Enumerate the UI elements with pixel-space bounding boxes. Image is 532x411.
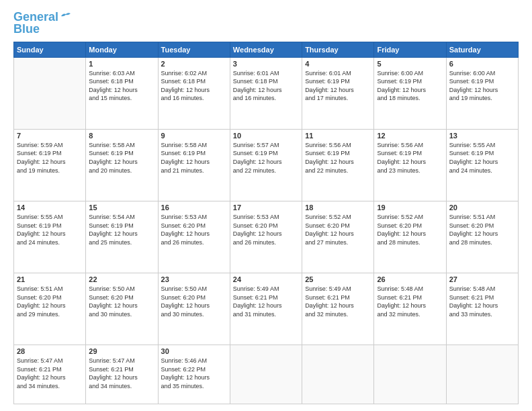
- day-number: 16: [161, 203, 227, 212]
- day-number: 28: [17, 347, 83, 355]
- calendar-cell: [230, 345, 302, 404]
- cell-info: Sunrise: 6:02 AM Sunset: 6:18 PM Dayligh…: [161, 69, 227, 103]
- cell-info: Sunrise: 6:00 AM Sunset: 6:19 PM Dayligh…: [377, 69, 443, 103]
- day-header-tuesday: Tuesday: [158, 42, 230, 57]
- logo-general: General: [13, 10, 58, 24]
- cell-info: Sunrise: 5:56 AM Sunset: 6:19 PM Dayligh…: [305, 141, 371, 175]
- day-header-sunday: Sunday: [14, 42, 86, 57]
- day-number: 20: [449, 203, 515, 212]
- day-number: 2: [161, 60, 227, 68]
- day-number: 23: [161, 275, 227, 283]
- calendar-cell: 14Sunrise: 5:55 AM Sunset: 6:19 PM Dayli…: [14, 201, 86, 273]
- cell-info: Sunrise: 5:51 AM Sunset: 6:20 PM Dayligh…: [449, 213, 515, 246]
- calendar-cell: 20Sunrise: 5:51 AM Sunset: 6:20 PM Dayli…: [446, 201, 518, 273]
- day-header-saturday: Saturday: [446, 42, 518, 57]
- day-number: 6: [449, 60, 515, 68]
- day-number: 17: [233, 203, 299, 212]
- calendar-cell: 26Sunrise: 5:48 AM Sunset: 6:21 PM Dayli…: [374, 273, 446, 345]
- calendar-cell: 10Sunrise: 5:57 AM Sunset: 6:19 PM Dayli…: [230, 129, 302, 201]
- cell-info: Sunrise: 5:49 AM Sunset: 6:21 PM Dayligh…: [233, 285, 299, 318]
- calendar-cell: 18Sunrise: 5:52 AM Sunset: 6:20 PM Dayli…: [302, 201, 374, 273]
- cell-info: Sunrise: 6:01 AM Sunset: 6:19 PM Dayligh…: [305, 69, 371, 103]
- day-number: 27: [449, 275, 515, 283]
- week-row-5: 28Sunrise: 5:47 AM Sunset: 6:21 PM Dayli…: [14, 345, 519, 404]
- calendar-cell: 22Sunrise: 5:50 AM Sunset: 6:20 PM Dayli…: [86, 273, 158, 345]
- calendar-cell: 23Sunrise: 5:50 AM Sunset: 6:20 PM Dayli…: [158, 273, 230, 345]
- cell-info: Sunrise: 5:46 AM Sunset: 6:22 PM Dayligh…: [161, 357, 227, 390]
- cell-info: Sunrise: 5:53 AM Sunset: 6:20 PM Dayligh…: [233, 213, 299, 246]
- day-number: 24: [233, 275, 299, 283]
- calendar-cell: 1Sunrise: 6:03 AM Sunset: 6:18 PM Daylig…: [86, 57, 158, 129]
- cell-info: Sunrise: 5:50 AM Sunset: 6:20 PM Dayligh…: [161, 285, 227, 318]
- calendar-cell: 19Sunrise: 5:52 AM Sunset: 6:20 PM Dayli…: [374, 201, 446, 273]
- cell-info: Sunrise: 5:57 AM Sunset: 6:19 PM Dayligh…: [233, 141, 299, 175]
- cell-info: Sunrise: 5:48 AM Sunset: 6:21 PM Dayligh…: [449, 285, 515, 318]
- calendar-cell: 11Sunrise: 5:56 AM Sunset: 6:19 PM Dayli…: [302, 129, 374, 201]
- cell-info: Sunrise: 5:48 AM Sunset: 6:21 PM Dayligh…: [377, 285, 443, 318]
- calendar-cell: 27Sunrise: 5:48 AM Sunset: 6:21 PM Dayli…: [446, 273, 518, 345]
- cell-info: Sunrise: 5:58 AM Sunset: 6:19 PM Dayligh…: [161, 141, 227, 175]
- logo: General Blue: [13, 11, 72, 36]
- cell-info: Sunrise: 5:50 AM Sunset: 6:20 PM Dayligh…: [89, 285, 154, 318]
- cell-info: Sunrise: 6:01 AM Sunset: 6:18 PM Dayligh…: [233, 69, 299, 103]
- week-row-2: 7Sunrise: 5:59 AM Sunset: 6:19 PM Daylig…: [14, 129, 519, 201]
- week-row-3: 14Sunrise: 5:55 AM Sunset: 6:19 PM Dayli…: [14, 201, 519, 273]
- day-number: 7: [17, 132, 83, 140]
- day-number: 26: [377, 275, 443, 283]
- day-number: 8: [89, 132, 154, 140]
- logo-bird-icon: [60, 11, 72, 21]
- day-number: 22: [89, 275, 154, 283]
- cell-info: Sunrise: 5:52 AM Sunset: 6:20 PM Dayligh…: [377, 213, 443, 246]
- day-number: 10: [233, 132, 299, 140]
- cell-info: Sunrise: 5:55 AM Sunset: 6:19 PM Dayligh…: [449, 141, 515, 175]
- calendar-cell: [302, 345, 374, 404]
- day-number: 25: [305, 275, 371, 283]
- day-number: 4: [305, 60, 371, 68]
- cell-info: Sunrise: 5:58 AM Sunset: 6:19 PM Dayligh…: [89, 141, 154, 175]
- day-number: 12: [377, 132, 443, 140]
- calendar-cell: 2Sunrise: 6:02 AM Sunset: 6:18 PM Daylig…: [158, 57, 230, 129]
- calendar-cell: [14, 57, 86, 129]
- day-number: 15: [89, 203, 154, 212]
- cell-info: Sunrise: 5:54 AM Sunset: 6:19 PM Dayligh…: [89, 213, 154, 246]
- day-number: 13: [449, 132, 515, 140]
- calendar-cell: 5Sunrise: 6:00 AM Sunset: 6:19 PM Daylig…: [374, 57, 446, 129]
- day-header-friday: Friday: [374, 42, 446, 57]
- calendar-cell: 4Sunrise: 6:01 AM Sunset: 6:19 PM Daylig…: [302, 57, 374, 129]
- calendar-cell: 7Sunrise: 5:59 AM Sunset: 6:19 PM Daylig…: [14, 129, 86, 201]
- calendar-cell: 29Sunrise: 5:47 AM Sunset: 6:21 PM Dayli…: [86, 345, 158, 404]
- cell-info: Sunrise: 6:03 AM Sunset: 6:18 PM Dayligh…: [89, 69, 154, 103]
- day-number: 18: [305, 203, 371, 212]
- day-header-monday: Monday: [86, 42, 158, 57]
- day-number: 9: [161, 132, 227, 140]
- calendar-cell: 9Sunrise: 5:58 AM Sunset: 6:19 PM Daylig…: [158, 129, 230, 201]
- calendar-cell: 16Sunrise: 5:53 AM Sunset: 6:20 PM Dayli…: [158, 201, 230, 273]
- cell-info: Sunrise: 5:47 AM Sunset: 6:21 PM Dayligh…: [89, 357, 154, 390]
- day-number: 14: [17, 203, 83, 212]
- cell-info: Sunrise: 5:55 AM Sunset: 6:19 PM Dayligh…: [17, 213, 83, 246]
- calendar-header-row: SundayMondayTuesdayWednesdayThursdayFrid…: [14, 42, 519, 57]
- cell-info: Sunrise: 5:53 AM Sunset: 6:20 PM Dayligh…: [161, 213, 227, 246]
- header: General Blue: [13, 11, 519, 36]
- calendar-cell: 30Sunrise: 5:46 AM Sunset: 6:22 PM Dayli…: [158, 345, 230, 404]
- calendar-cell: 17Sunrise: 5:53 AM Sunset: 6:20 PM Dayli…: [230, 201, 302, 273]
- logo-blue: Blue: [13, 23, 40, 36]
- cell-info: Sunrise: 5:47 AM Sunset: 6:21 PM Dayligh…: [17, 357, 83, 390]
- calendar-cell: 15Sunrise: 5:54 AM Sunset: 6:19 PM Dayli…: [86, 201, 158, 273]
- cell-info: Sunrise: 5:56 AM Sunset: 6:19 PM Dayligh…: [377, 141, 443, 175]
- cell-info: Sunrise: 5:51 AM Sunset: 6:20 PM Dayligh…: [17, 285, 83, 318]
- day-number: 1: [89, 60, 154, 68]
- day-number: 3: [233, 60, 299, 68]
- calendar-cell: 12Sunrise: 5:56 AM Sunset: 6:19 PM Dayli…: [374, 129, 446, 201]
- calendar-cell: [446, 345, 518, 404]
- calendar-cell: 28Sunrise: 5:47 AM Sunset: 6:21 PM Dayli…: [14, 345, 86, 404]
- page: General Blue SundayMondayTuesdayWednesda…: [0, 0, 532, 411]
- day-number: 30: [161, 347, 227, 355]
- calendar-cell: [374, 345, 446, 404]
- week-row-1: 1Sunrise: 6:03 AM Sunset: 6:18 PM Daylig…: [14, 57, 519, 129]
- calendar-cell: 24Sunrise: 5:49 AM Sunset: 6:21 PM Dayli…: [230, 273, 302, 345]
- day-number: 21: [17, 275, 83, 283]
- cell-info: Sunrise: 5:52 AM Sunset: 6:20 PM Dayligh…: [305, 213, 371, 246]
- calendar-cell: 13Sunrise: 5:55 AM Sunset: 6:19 PM Dayli…: [446, 129, 518, 201]
- day-number: 19: [377, 203, 443, 212]
